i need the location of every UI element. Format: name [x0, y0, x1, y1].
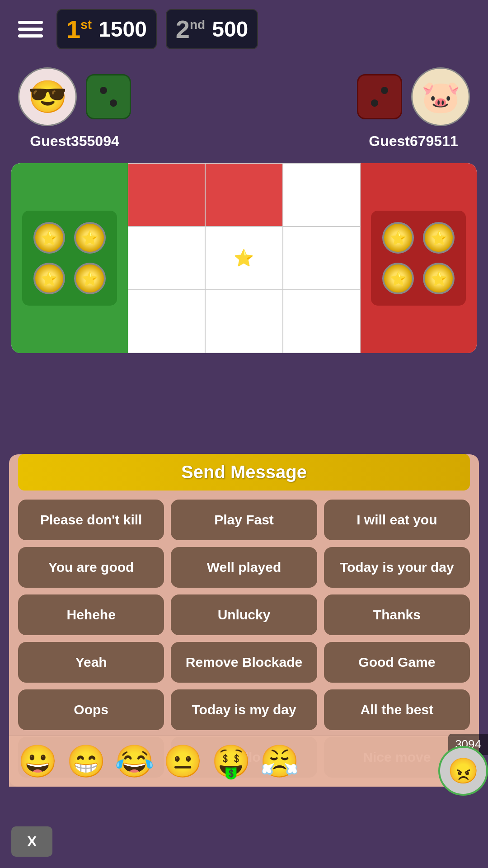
- player-2-avatar: 🐷: [411, 67, 470, 126]
- message-panel-title: Send Message: [181, 462, 307, 482]
- message-button-11[interactable]: Good Game: [324, 642, 470, 683]
- message-button-13[interactable]: Today is my day: [171, 689, 317, 730]
- board-grid: ⭐ ⭐ ⭐ ⭐: [11, 163, 477, 353]
- player-2-dice[interactable]: [357, 74, 402, 119]
- home-inner-green: ⭐ ⭐ ⭐ ⭐: [22, 211, 117, 306]
- token-red-3[interactable]: ⭐: [382, 263, 414, 294]
- board-row-1: [128, 163, 361, 226]
- send-message-panel: Send Message Please don't killPlay FastI…: [9, 454, 479, 787]
- game-board: ⭐ ⭐ ⭐ ⭐: [11, 163, 477, 353]
- player-1-dice[interactable]: [86, 74, 131, 119]
- message-button-3[interactable]: You are good: [18, 547, 164, 588]
- token-red-1[interactable]: ⭐: [382, 222, 414, 254]
- board-row-3: [128, 290, 361, 353]
- cell-r3c1: [128, 290, 206, 353]
- menu-button[interactable]: [14, 16, 47, 42]
- board-center: ⭐: [128, 163, 361, 353]
- player-1-info: 😎 Guest355094: [18, 67, 131, 150]
- message-button-14[interactable]: All the best: [324, 689, 470, 730]
- score-box-2nd: 2nd 500: [166, 9, 258, 49]
- emoji-bar: 😀😁😂😐🤑😤: [9, 736, 479, 787]
- player-2-avatar-face: 🐷: [413, 69, 469, 125]
- cell-r2c3: [283, 226, 361, 290]
- home-inner-red: ⭐ ⭐ ⭐ ⭐: [371, 211, 466, 306]
- token-red-4[interactable]: ⭐: [423, 263, 455, 294]
- player-2-dice-row: 🐷: [357, 67, 470, 126]
- emoji-2[interactable]: 😂: [115, 743, 154, 780]
- home-green: ⭐ ⭐ ⭐ ⭐: [11, 163, 128, 353]
- cell-r1c1: [128, 163, 206, 226]
- message-title-bar: Send Message: [18, 454, 470, 491]
- rank-1st: 1st: [66, 14, 92, 44]
- message-button-12[interactable]: Oops: [18, 689, 164, 730]
- message-button-5[interactable]: Today is your day: [324, 547, 470, 588]
- message-button-8[interactable]: Thanks: [324, 594, 470, 635]
- players-row: 😎 Guest355094 🐷 Guest679511: [0, 67, 488, 150]
- board-row-2: ⭐: [128, 226, 361, 290]
- message-button-9[interactable]: Yeah: [18, 642, 164, 683]
- emoji-1[interactable]: 😁: [66, 743, 106, 780]
- score-box-1st: 1st 1500: [56, 9, 157, 49]
- cell-r1c2: [205, 163, 283, 226]
- player-1-dice-row: 😎: [18, 67, 131, 126]
- bottom-right-avatar: 😠: [438, 746, 488, 796]
- player-1-name: Guest355094: [30, 133, 119, 150]
- token-green-4[interactable]: ⭐: [74, 263, 106, 294]
- top-bar: 1st 1500 2nd 500: [0, 0, 488, 58]
- score-2nd: 500: [212, 17, 248, 42]
- score-1st: 1500: [99, 17, 147, 42]
- rank-2nd: 2nd: [176, 14, 205, 44]
- emoji-4[interactable]: 🤑: [211, 743, 251, 780]
- message-button-10[interactable]: Remove Blockade: [171, 642, 317, 683]
- message-button-2[interactable]: I will eat you: [324, 500, 470, 540]
- message-button-0[interactable]: Please don't kill: [18, 500, 164, 540]
- cell-r2c1: [128, 226, 206, 290]
- close-button[interactable]: X: [11, 826, 52, 857]
- message-button-1[interactable]: Play Fast: [171, 500, 317, 540]
- home-red: ⭐ ⭐ ⭐ ⭐: [361, 163, 477, 353]
- player-2-info: 🐷 Guest679511: [357, 67, 470, 150]
- message-button-6[interactable]: Hehehe: [18, 594, 164, 635]
- emoji-3[interactable]: 😐: [163, 743, 202, 780]
- token-red-2[interactable]: ⭐: [423, 222, 455, 254]
- cell-r1c3: [283, 163, 361, 226]
- cell-r3c3: [283, 290, 361, 353]
- cell-r3c2: [205, 290, 283, 353]
- message-button-7[interactable]: Unlucky: [171, 594, 317, 635]
- emoji-5[interactable]: 😤: [260, 743, 299, 780]
- cell-r2c2-star: ⭐: [205, 226, 283, 290]
- token-green-3[interactable]: ⭐: [33, 263, 65, 294]
- message-button-4[interactable]: Well played: [171, 547, 317, 588]
- player-2-name: Guest679511: [369, 133, 458, 150]
- token-green-1[interactable]: ⭐: [33, 222, 65, 254]
- emoji-0[interactable]: 😀: [18, 743, 57, 780]
- player-1-avatar: 😎: [18, 67, 77, 126]
- player-1-avatar-face: 😎: [19, 69, 75, 125]
- token-green-2[interactable]: ⭐: [74, 222, 106, 254]
